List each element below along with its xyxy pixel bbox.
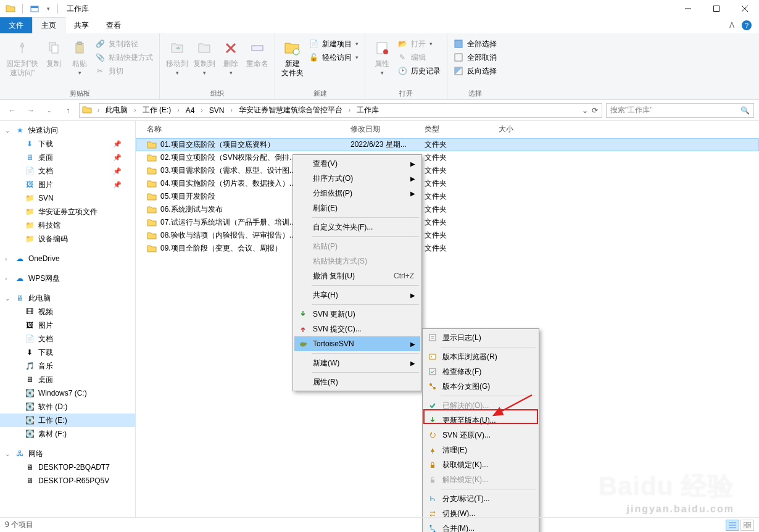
col-size[interactable]: 大小 xyxy=(494,124,555,135)
paste-shortcut-button[interactable]: 📎粘贴快捷方式 xyxy=(93,51,156,64)
copyto-button[interactable]: 复制到 xyxy=(191,37,218,78)
list-item[interactable]: 06.系统测试与发布文件夹 xyxy=(136,203,759,216)
col-date[interactable]: 修改日期 xyxy=(346,124,420,135)
menu-item[interactable]: 共享(H)▶ xyxy=(294,288,420,302)
cut-button[interactable]: ✂剪切 xyxy=(93,64,156,78)
nav-pictures2[interactable]: 🖼图片 xyxy=(0,318,135,332)
nav-videos[interactable]: 🎞视频 xyxy=(0,305,135,318)
menu-item[interactable]: 解除锁定(K)... xyxy=(424,472,537,487)
collapse-ribbon-button[interactable]: ᐱ xyxy=(729,21,734,30)
nav-documents[interactable]: 📄文档📌 xyxy=(0,164,135,178)
crumb-project[interactable]: 华安证券智慧建筑综合管控平台 xyxy=(236,105,346,115)
breadcrumb[interactable]: › 此电脑› 工作 (E:)› A4› SVN› 华安证券智慧建筑综合管控平台›… xyxy=(94,105,382,115)
paste-button[interactable]: 粘贴 xyxy=(67,37,93,78)
menu-item[interactable]: 已解决的(O)... xyxy=(424,398,537,413)
nav-network[interactable]: ⌄🖧网络 xyxy=(0,447,135,460)
nav-onedrive[interactable]: ›☁OneDrive xyxy=(0,252,135,265)
moveto-button[interactable]: 移动到 xyxy=(164,37,191,78)
up-button[interactable]: ↑ xyxy=(60,103,75,118)
menu-item[interactable]: 属性(R) xyxy=(294,375,420,389)
crumb-drive[interactable]: 工作 (E:) xyxy=(139,105,175,115)
crumb-thispc[interactable]: 此电脑 xyxy=(102,105,131,115)
tab-file[interactable]: 文件 xyxy=(0,17,32,33)
pin-to-quick-access-button[interactable]: 固定到"快 速访问" xyxy=(4,37,41,79)
menu-item[interactable]: 检查修改(F) xyxy=(424,364,537,379)
rename-button[interactable]: 重命名 xyxy=(244,37,271,70)
nav-huaan[interactable]: 📁华安证券立项文件 xyxy=(0,205,135,218)
new-folder-button[interactable]: 新建 文件夹 xyxy=(279,37,306,79)
navigation-pane[interactable]: ⌄★快速访问 ⬇下载📌 🖥桌面📌 📄文档📌 🖼图片📌 📁SVN 📁华安证券立项文… xyxy=(0,121,136,517)
recent-dropdown[interactable]: ⌄ xyxy=(42,103,57,118)
nav-svn[interactable]: 📁SVN xyxy=(0,191,135,205)
qat-dropdown-icon[interactable]: ▾ xyxy=(44,2,52,15)
menu-item[interactable]: 显示日志(L) xyxy=(424,330,537,345)
nav-net2[interactable]: 🖥DESKTOP-R65PQ5V xyxy=(0,474,135,488)
tortoisesvn-submenu[interactable]: 显示日志(L)版本库浏览器(R)检查修改(F)版本分支图(G)已解决的(O)..… xyxy=(422,328,539,532)
nav-documents2[interactable]: 📄文档 xyxy=(0,332,135,346)
invert-selection-button[interactable]: 反向选择 xyxy=(451,64,499,78)
tab-view[interactable]: 查看 xyxy=(97,17,130,33)
qat-icon[interactable] xyxy=(28,2,41,15)
crumb-svn[interactable]: SVN xyxy=(206,106,228,115)
menu-item[interactable]: SVN 还原(V)... xyxy=(424,428,537,443)
list-item[interactable]: 01.项目交底阶段（项目交底资料）2022/6/23 星期...文件夹 xyxy=(136,138,759,151)
help-button[interactable]: ? xyxy=(742,20,752,30)
icons-view-button[interactable] xyxy=(740,520,754,531)
crumb-current[interactable]: 工作库 xyxy=(354,105,382,115)
menu-item[interactable]: 获取锁定(K)... xyxy=(424,457,537,472)
details-view-button[interactable] xyxy=(726,520,739,531)
nav-wps[interactable]: ›☁WPS网盘 xyxy=(0,272,135,285)
select-all-button[interactable]: 全部选择 xyxy=(451,37,499,51)
menu-item[interactable]: 撤消 复制(U)Ctrl+Z xyxy=(294,268,420,283)
menu-item[interactable]: 新建(W)▶ xyxy=(294,355,420,370)
new-item-button[interactable]: 📄新建项目 xyxy=(306,37,361,51)
menu-item[interactable]: 分组依据(P)▶ xyxy=(294,186,420,201)
nav-drive-f[interactable]: 💽素材 (F:) xyxy=(0,427,135,441)
menu-item[interactable]: 刷新(E) xyxy=(294,201,420,215)
maximize-button[interactable] xyxy=(702,0,731,17)
list-item[interactable]: 03.项目需求阶段（需求、原型、设计图...文件夹 xyxy=(136,164,759,177)
search-input[interactable]: 搜索"工作库" 🔍 xyxy=(606,103,754,118)
menu-item[interactable]: 查看(V)▶ xyxy=(294,156,420,171)
copy-path-button[interactable]: 🔗复制路径 xyxy=(93,37,156,51)
col-type[interactable]: 类型 xyxy=(420,124,494,135)
menu-item[interactable]: 粘贴快捷方式(S) xyxy=(294,254,420,268)
menu-item[interactable]: 版本分支图(G) xyxy=(424,379,537,394)
search-icon[interactable]: 🔍 xyxy=(740,106,750,115)
menu-item[interactable]: 排序方式(O)▶ xyxy=(294,171,420,186)
crumb-a4[interactable]: A4 xyxy=(183,106,198,115)
list-item[interactable]: 08.验收与结项（内验报告、评审报告）...文件夹 xyxy=(136,229,759,242)
menu-item[interactable]: 粘贴(P) xyxy=(294,239,420,254)
menu-item[interactable]: 清理(E) xyxy=(424,443,537,457)
address-bar[interactable]: › 此电脑› 工作 (E:)› A4› SVN› 华安证券智慧建筑综合管控平台›… xyxy=(79,103,602,118)
tab-home[interactable]: 主页 xyxy=(32,17,65,33)
menu-item[interactable]: 分支/标记(T)... xyxy=(424,491,537,506)
history-button[interactable]: 🕑历史记录 xyxy=(395,64,443,78)
copy-button[interactable]: 复制 xyxy=(41,37,67,70)
nav-quick-access[interactable]: ⌄★快速访问 xyxy=(0,123,135,137)
list-item[interactable]: 07.试运行与系统培训（产品手册、培训...文件夹 xyxy=(136,216,759,229)
nav-desktop[interactable]: 🖥桌面📌 xyxy=(0,151,135,164)
nav-pictures[interactable]: 🖼图片📌 xyxy=(0,178,135,191)
nav-music[interactable]: 🎵音乐 xyxy=(0,359,135,373)
easy-access-button[interactable]: 🔓轻松访问 xyxy=(306,51,361,64)
forward-button[interactable]: → xyxy=(23,103,38,118)
delete-button[interactable]: 删除 xyxy=(218,37,244,78)
minimize-button[interactable] xyxy=(674,0,702,17)
list-item[interactable]: 09.项目全阶段（变更、会议、周报）文件夹 xyxy=(136,242,759,255)
nav-drive-c[interactable]: 💽Windows7 (C:) xyxy=(0,386,135,400)
menu-item[interactable]: SVN 提交(C)... xyxy=(294,322,420,336)
menu-item[interactable]: TortoiseSVN▶ xyxy=(294,336,420,351)
nav-drive-d[interactable]: 💽软件 (D:) xyxy=(0,400,135,414)
tab-share[interactable]: 共享 xyxy=(65,17,97,33)
col-name[interactable]: 名称 xyxy=(136,124,346,135)
edit-button[interactable]: ✎编辑 xyxy=(395,51,443,64)
menu-item[interactable]: 版本库浏览器(R) xyxy=(424,349,537,364)
list-item[interactable]: 04.项目实施阶段（切片表、数据接入）...文件夹 xyxy=(136,177,759,190)
nav-downloads2[interactable]: ⬇下载 xyxy=(0,346,135,359)
list-item[interactable]: 05.项目开发阶段文件夹 xyxy=(136,190,759,203)
nav-drive-e[interactable]: 💽工作 (E:) xyxy=(0,414,135,427)
nav-keji[interactable]: 📁科技馆 xyxy=(0,218,135,232)
context-menu[interactable]: 查看(V)▶排序方式(O)▶分组依据(P)▶刷新(E)自定义文件夹(F)...粘… xyxy=(292,154,422,391)
close-button[interactable] xyxy=(731,0,759,17)
